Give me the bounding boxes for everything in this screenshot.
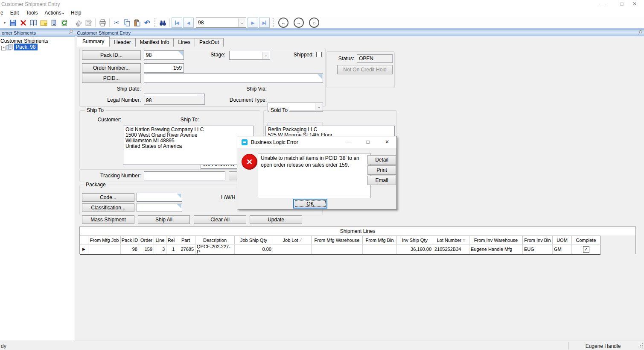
col-job-lot[interactable]: Job Lot╱	[273, 236, 312, 244]
close-button[interactable]: ✕	[630, 0, 639, 8]
order-number-field[interactable]: 159	[144, 63, 184, 73]
record-combo[interactable]: 98⌄	[196, 18, 246, 28]
cut-icon[interactable]: ✂	[111, 18, 122, 27]
record-combo-arrow-icon[interactable]: ⌄	[238, 18, 245, 27]
window-title: Customer Shipment Entry	[1, 1, 60, 7]
col-from-mfg-warehouse[interactable]: From Mfg Warehouse	[312, 236, 363, 244]
col-from-mfg-job[interactable]: From Mfg Job	[88, 236, 121, 244]
package-code-button[interactable]: Code...	[82, 193, 134, 202]
cell-from-mfg-warehouse	[312, 244, 363, 254]
tab-header[interactable]: Header	[109, 38, 135, 47]
col-job-ship-qty[interactable]: Job Ship Qty	[235, 236, 273, 244]
print-button[interactable]: Print	[367, 165, 396, 175]
pack-id-field[interactable]: 98	[144, 50, 184, 60]
grid-data-row[interactable]: ▶ 98 159 3 1 27685 QPCE-202-227-P 0.00 3…	[80, 244, 600, 255]
navigate-back-button[interactable]: ←	[278, 18, 288, 28]
new-dropdown-caret-icon[interactable]: ▾	[2, 18, 8, 27]
col-line[interactable]: Line	[154, 236, 166, 244]
menu-tools[interactable]: Tools	[22, 9, 41, 17]
undo-icon[interactable]: ↶	[142, 18, 152, 27]
col-description[interactable]: Description	[195, 236, 235, 244]
clear-all-button[interactable]: Clear All	[194, 215, 246, 224]
pin-icon[interactable]	[637, 30, 643, 37]
pcid-field[interactable]	[144, 74, 323, 83]
pcid-button[interactable]: PCID...	[82, 74, 141, 83]
col-uom[interactable]: UOM	[553, 236, 572, 244]
stage-combo[interactable]: ⌄	[229, 51, 270, 60]
maximize-button[interactable]: □	[618, 0, 626, 8]
ship-to-address[interactable]: Old Nation Brewing Company LLC 1500 West…	[123, 126, 254, 165]
col-rel[interactable]: Rel	[166, 236, 176, 244]
tab-strip: Summary Header Manifest Info Lines PackO…	[77, 37, 223, 47]
sort-asc-icon: ╱	[300, 238, 302, 242]
tracking-number-field[interactable]	[144, 171, 225, 180]
tree-expand-icon[interactable]: +	[1, 46, 6, 50]
complete-checkbox[interactable]: ✓	[583, 246, 589, 253]
menu-edit[interactable]: Edit	[7, 9, 23, 17]
menu-help[interactable]: Help	[67, 9, 85, 17]
minimize-button[interactable]: —	[599, 0, 607, 8]
memo-note-icon[interactable]	[38, 18, 49, 27]
ship-all-button[interactable]: Ship All	[138, 215, 190, 224]
package-classification-button[interactable]: Classification...	[82, 203, 134, 212]
open-book-icon[interactable]	[28, 18, 38, 27]
delete-icon[interactable]	[18, 18, 28, 27]
next-record-button[interactable]: ▶	[248, 18, 258, 28]
last-record-button[interactable]: ▶	[259, 18, 270, 28]
ok-button[interactable]: OK	[293, 199, 327, 209]
email-button[interactable]: Email	[367, 176, 396, 185]
cell-part: 27685	[176, 244, 195, 254]
menu-actions[interactable]: Actions▾	[41, 9, 67, 17]
actions-caret-icon: ▾	[62, 12, 64, 15]
print-icon[interactable]	[97, 18, 108, 27]
dialog-close-button[interactable]: ✕	[382, 138, 392, 146]
shipped-checkbox[interactable]	[316, 52, 322, 57]
paste-icon[interactable]	[132, 18, 142, 27]
col-complete[interactable]: Complete	[572, 236, 600, 244]
tree-node-pack[interactable]: Pack: 98	[14, 44, 38, 50]
package-code-field[interactable]	[137, 193, 182, 202]
col-order[interactable]: Order	[139, 236, 154, 244]
menu-file[interactable]: e	[0, 9, 7, 17]
clear-eraser-icon[interactable]	[73, 18, 83, 27]
package-classification-field[interactable]	[137, 203, 182, 212]
order-number-button[interactable]: Order Number...	[82, 63, 141, 73]
tab-lines[interactable]: Lines	[173, 38, 195, 47]
dialog-maximize-button[interactable]: □	[363, 138, 373, 146]
customer-label: Customer:	[79, 117, 121, 123]
detail-button[interactable]: Detail	[367, 155, 396, 165]
dialog-app-icon	[242, 139, 248, 145]
update-button[interactable]: Update	[250, 215, 302, 224]
save-icon[interactable]	[8, 18, 18, 27]
col-pack-id[interactable]: Pack ID	[121, 236, 139, 244]
menu-bar: e Edit Tools Actions▾ Help	[0, 9, 644, 17]
col-from-inv-bin[interactable]: From Inv Bin	[523, 236, 553, 244]
first-record-button[interactable]: ◀	[172, 18, 182, 28]
col-lot-number[interactable]: Lot Number▽	[433, 236, 469, 244]
home-button[interactable]: ⌂	[309, 18, 319, 28]
col-from-mfg-bin[interactable]: From Mfg Bin	[363, 236, 397, 244]
pack-id-button[interactable]: Pack ID...	[82, 50, 141, 60]
dialog-minimize-button[interactable]: —	[344, 138, 353, 146]
tab-manifest-info[interactable]: Manifest Info	[135, 38, 174, 47]
refresh-icon[interactable]	[59, 18, 69, 27]
mass-shipment-button[interactable]: Mass Shipment	[82, 215, 134, 224]
col-inv-ship-qty[interactable]: Inv Ship Qty	[397, 236, 433, 244]
navigate-forward-button[interactable]: →	[294, 18, 304, 28]
copy-icon[interactable]	[122, 18, 132, 27]
edit-form-icon[interactable]	[83, 18, 93, 27]
tab-summary[interactable]: Summary	[77, 36, 110, 47]
legal-number-label: Legal Number:	[82, 97, 141, 103]
tab-packout[interactable]: PackOut	[195, 38, 224, 47]
search-binoculars-icon[interactable]	[157, 18, 168, 27]
col-part[interactable]: Part	[176, 236, 195, 244]
pin-icon[interactable]	[68, 29, 73, 37]
resize-grip[interactable]	[638, 343, 643, 349]
grid-caption: Shipment Lines	[80, 227, 635, 235]
col-from-inv-warehouse[interactable]: From Inv Warehouse	[469, 236, 523, 244]
previous-record-button[interactable]: ◀	[183, 18, 194, 28]
ship-to-caption: Ship To	[85, 107, 105, 113]
tree-root-label[interactable]: Customer Shipments	[0, 38, 48, 44]
field-corner-icon	[177, 194, 181, 198]
attachment-icon[interactable]	[49, 18, 59, 27]
